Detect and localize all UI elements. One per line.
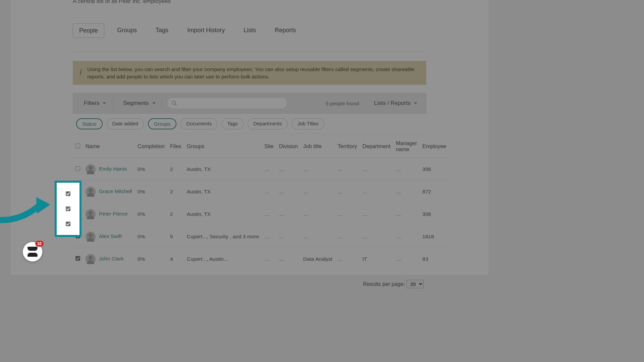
filters-label: Filters [84, 100, 99, 107]
col-manager[interactable]: Manager name [393, 134, 420, 158]
tab-groups[interactable]: Groups [111, 23, 143, 38]
segments-button[interactable]: Segments [117, 97, 162, 109]
select-all-checkbox[interactable] [75, 143, 80, 148]
cell-site: … [262, 226, 276, 248]
cell-job: … [301, 181, 335, 203]
cell-groups: Austin, TX [184, 203, 262, 226]
tab-import-history[interactable]: Import History [181, 23, 231, 38]
chip-groups[interactable]: Groups [148, 118, 176, 129]
cell-territory: … [335, 203, 360, 226]
row-checkbox[interactable] [75, 256, 80, 261]
cell-site: … [262, 248, 276, 270]
cell-manager: … [393, 181, 420, 203]
lists-reports-button[interactable]: Lists / Reports [370, 100, 421, 107]
pager-select[interactable]: 20 [407, 280, 424, 288]
chip-status[interactable]: Status [76, 118, 103, 129]
tab-lists[interactable]: Lists [237, 23, 262, 38]
cell-job: … [301, 203, 335, 226]
cell-dept: … [360, 203, 393, 226]
person-name[interactable]: Emily Harris [99, 166, 127, 172]
avatar [86, 164, 96, 174]
cell-employee: 356 [420, 203, 449, 226]
row-checkbox-highlight[interactable] [66, 206, 70, 211]
col-department[interactable]: Department [360, 134, 393, 158]
col-completion[interactable]: Completion [135, 134, 167, 158]
search-input-wrap[interactable] [167, 97, 287, 109]
col-territory[interactable]: Territory [335, 134, 360, 158]
cell-dept: IT [360, 248, 393, 270]
row-checkbox-highlight[interactable] [66, 222, 70, 226]
chip-tags[interactable]: Tags [221, 118, 244, 129]
table-row[interactable]: Peter Pierce0%2Austin, TX………………356 [73, 203, 449, 226]
info-banner: i Using the list below, you can search a… [73, 61, 426, 85]
cell-employee: 83 [420, 248, 449, 270]
cell-employee: 356 [420, 158, 449, 181]
cell-division: … [276, 248, 301, 270]
cell-site: … [262, 203, 276, 226]
table-header-row: Name Completion Files Groups Site Divisi… [73, 134, 449, 158]
tab-people[interactable]: People [73, 23, 104, 38]
tab-reports[interactable]: Reports [269, 23, 302, 38]
avatar [86, 187, 96, 197]
cell-files: 2 [167, 158, 184, 181]
col-files[interactable]: Files [167, 134, 184, 158]
cell-territory: … [335, 248, 360, 270]
filter-chips: Status Date added Groups Documents Tags … [73, 114, 426, 134]
help-widget[interactable]: 10 [23, 242, 42, 261]
search-input[interactable] [180, 101, 282, 106]
tab-tags[interactable]: Tags [150, 23, 174, 38]
cell-files: 2 [167, 203, 184, 226]
tabs: People Groups Tags Import History Lists … [73, 23, 426, 38]
col-division[interactable]: Division [276, 134, 301, 158]
svg-point-0 [172, 101, 175, 104]
cell-territory: … [335, 181, 360, 203]
cell-division: … [276, 181, 301, 203]
chip-departments[interactable]: Departments [248, 118, 288, 129]
chevron-down-icon [103, 102, 106, 104]
col-name[interactable]: Name [83, 134, 135, 158]
col-job-title[interactable]: Job title [301, 134, 335, 158]
cell-manager: … [393, 158, 420, 181]
cell-job: Data Analyst [301, 248, 335, 270]
chip-job-titles[interactable]: Job Titles [292, 118, 324, 129]
cell-groups: Austin, TX [184, 181, 262, 203]
help-logo-icon [28, 247, 38, 257]
cell-territory: … [335, 226, 360, 248]
cell-division: … [276, 158, 301, 181]
cell-employee: 872 [420, 181, 449, 203]
chevron-down-icon [152, 102, 156, 104]
filters-button[interactable]: Filters [78, 97, 112, 109]
page-subtitle: A central list of all Pear Inc. employee… [73, 0, 426, 5]
cell-manager: … [393, 248, 420, 270]
cell-territory: … [335, 158, 360, 181]
cell-groups: Austin, TX [184, 158, 262, 181]
cell-site: … [262, 158, 276, 181]
cell-division: … [276, 226, 301, 248]
table-row[interactable]: Grace Mitchell0%2Austin, TX………………872 [73, 181, 449, 203]
person-name[interactable]: John Clark [99, 256, 124, 261]
cell-dept: … [360, 226, 393, 248]
pager: Results per page: 20 [73, 270, 426, 302]
row-checkbox[interactable] [75, 166, 80, 171]
cell-job: … [301, 158, 335, 181]
pager-label: Results per page: [363, 281, 405, 287]
col-employee[interactable]: Employee [420, 134, 449, 158]
result-count: 5 people found [326, 101, 365, 106]
person-name[interactable]: Alex Swift [99, 233, 122, 239]
table-row[interactable]: John Clark0%4Cupert..., Austin...……Data … [73, 248, 449, 270]
person-name[interactable]: Peter Pierce [99, 211, 127, 217]
table-row[interactable]: Emily Harris0%2Austin, TX………………356 [73, 158, 449, 181]
avatar [86, 209, 96, 219]
highlight-checkbox-callout [55, 181, 82, 237]
help-notification-count: 10 [35, 241, 44, 247]
col-site[interactable]: Site [262, 134, 276, 158]
chip-date-added[interactable]: Date added [107, 118, 144, 129]
row-checkbox-highlight[interactable] [66, 191, 70, 196]
people-table: Name Completion Files Groups Site Divisi… [73, 134, 449, 270]
table-row[interactable]: Alex Swift0%5Cupert..., Security , and 3… [73, 226, 449, 248]
cell-files: 4 [167, 248, 184, 270]
segments-label: Segments [123, 100, 149, 107]
col-groups[interactable]: Groups [184, 134, 262, 158]
person-name[interactable]: Grace Mitchell [99, 188, 132, 194]
chip-documents[interactable]: Documents [180, 118, 217, 129]
